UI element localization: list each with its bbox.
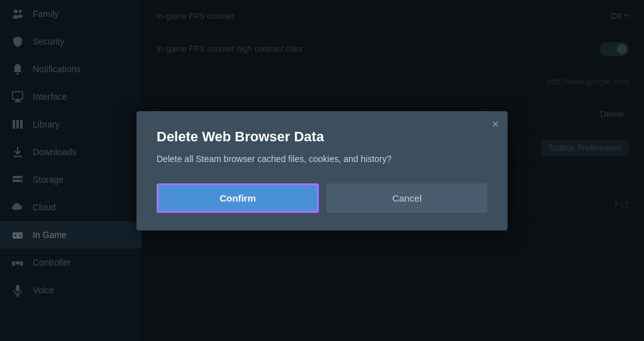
modal-close-button[interactable]: × xyxy=(492,119,499,130)
modal-overlay: × Delete Web Browser Data Delete all Ste… xyxy=(0,0,644,341)
modal-body: Delete all Steam browser cached files, c… xyxy=(157,153,487,166)
modal-dialog: × Delete Web Browser Data Delete all Ste… xyxy=(136,111,508,230)
cancel-button[interactable]: Cancel xyxy=(326,183,487,213)
modal-buttons: Confirm Cancel xyxy=(157,183,487,213)
modal-title: Delete Web Browser Data xyxy=(157,129,487,145)
confirm-button[interactable]: Confirm xyxy=(157,183,319,213)
